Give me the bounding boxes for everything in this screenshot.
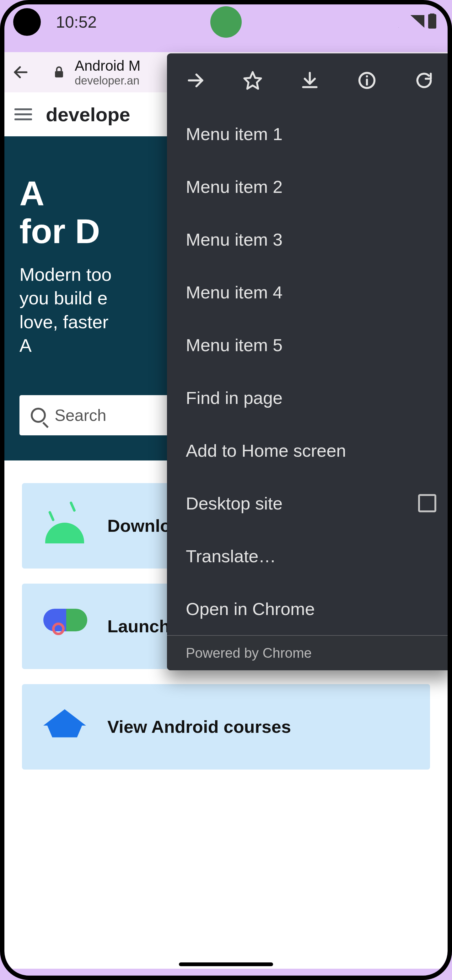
svg-marker-6 (244, 72, 261, 89)
menu-item-label: Menu item 5 (186, 335, 282, 355)
star-outline-icon (243, 70, 263, 91)
wifi-icon (390, 15, 407, 29)
play-console-icon (43, 609, 86, 644)
menu-item-label: Menu item 1 (186, 124, 282, 144)
hero-body-line: love, faster (19, 312, 109, 332)
arrow-forward-icon (186, 70, 206, 91)
search-icon (31, 408, 46, 423)
menu-item-label: Open in Chrome (186, 599, 315, 619)
site-logo-text[interactable]: develope (46, 103, 130, 126)
hero-title-line: A (19, 174, 44, 212)
menu-item-add-to-home[interactable]: Add to Home screen (167, 424, 447, 477)
back-arrow-icon[interactable] (12, 64, 30, 81)
info-button[interactable] (338, 53, 395, 107)
forward-button[interactable] (167, 53, 224, 107)
menu-item-label: Menu item 3 (186, 229, 282, 250)
graduation-cap-icon (43, 709, 86, 745)
download-icon (300, 70, 320, 91)
checkbox-unchecked-icon[interactable] (418, 494, 436, 512)
menu-item[interactable]: Menu item 4 (167, 266, 447, 318)
menu-item-label: Desktop site (186, 493, 282, 514)
hamburger-icon[interactable] (14, 108, 32, 120)
menu-item-desktop-site[interactable]: Desktop site (167, 477, 447, 530)
card-label: View Android courses (107, 716, 291, 737)
gesture-nav-handle[interactable] (179, 963, 273, 966)
download-button[interactable] (281, 53, 338, 107)
status-clock: 10:52 (56, 13, 97, 32)
status-center-dot-icon (210, 6, 242, 38)
menu-item-label: Menu item 2 (186, 177, 282, 197)
info-icon (357, 70, 377, 91)
menu-item-label: Translate… (186, 546, 276, 566)
status-bar: 10:52 (5, 5, 447, 40)
overflow-menu: Menu item 1 Menu item 2 Menu item 3 Menu… (167, 53, 447, 670)
menu-item-translate[interactable]: Translate… (167, 530, 447, 582)
search-placeholder: Search (55, 406, 106, 425)
menu-item-label: Menu item 4 (186, 282, 282, 302)
cell-signal-icon (411, 15, 424, 29)
hero-title-line: for D (19, 212, 100, 250)
menu-icon-row (167, 53, 447, 107)
menu-item[interactable]: Menu item 3 (167, 213, 447, 266)
menu-item[interactable]: Menu item 5 (167, 318, 447, 371)
hero-body-line: Modern too (19, 264, 111, 285)
powered-by-label: Powered by Chrome (167, 635, 447, 670)
page-url: developer.an (75, 74, 141, 88)
menu-item-open-in-chrome[interactable]: Open in Chrome (167, 582, 447, 635)
android-icon (43, 508, 86, 543)
menu-item[interactable]: Menu item 2 (167, 160, 447, 213)
front-camera-cutout (13, 8, 41, 36)
reload-button[interactable] (395, 53, 447, 107)
menu-item[interactable]: Menu item 1 (167, 107, 447, 160)
battery-icon (428, 14, 436, 30)
hero-body-line: you build e (19, 288, 108, 308)
menu-item-label: Add to Home screen (186, 441, 346, 461)
svg-rect-1 (55, 71, 63, 77)
lock-icon (52, 65, 66, 79)
page-title: Android M (75, 57, 141, 74)
refresh-icon (414, 70, 434, 91)
card-android-courses[interactable]: View Android courses (22, 684, 430, 770)
bookmark-button[interactable] (224, 53, 281, 107)
hero-body-line: A (19, 335, 32, 356)
menu-item-label: Find in page (186, 388, 282, 408)
menu-item-find-in-page[interactable]: Find in page (167, 371, 447, 424)
